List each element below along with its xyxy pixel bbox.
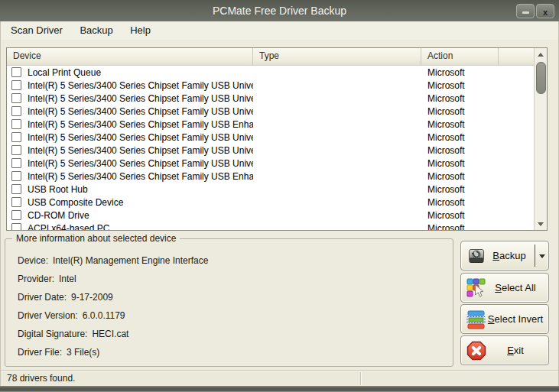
row-checkbox[interactable] — [11, 132, 21, 142]
minimize-dash-icon — [522, 11, 529, 14]
status-bar: 78 drivers found. — [1, 370, 558, 387]
detail-label: Driver Date: — [18, 292, 67, 303]
column-header-type[interactable]: Type — [253, 48, 421, 65]
table-row[interactable]: Intel(R) 5 Series/3400 Series Chipset Fa… — [7, 157, 535, 170]
device-name: ACPI x64-based PC — [28, 223, 109, 231]
row-checkbox[interactable] — [11, 184, 21, 194]
device-name: Intel(R) 5 Series/3400 Series Chipset Fa… — [28, 119, 253, 130]
detail-field: Driver File:3 File(s) — [18, 343, 445, 361]
device-name: Intel(R) 5 Series/3400 Series Chipset Fa… — [28, 145, 253, 156]
device-action: Microsoft — [421, 210, 535, 221]
details-groupbox: More information about selected device D… — [5, 238, 453, 367]
device-name: USB Composite Device — [28, 197, 123, 208]
exit-button[interactable]: Exit — [460, 335, 549, 365]
detail-label: Digital Signature: — [18, 329, 87, 339]
device-name: Local Print Queue — [28, 67, 101, 78]
detail-field: Digital Signature:HECI.cat — [18, 325, 445, 343]
device-table: Device Type Action Local Print QueueMicr… — [6, 47, 548, 231]
device-name: Intel(R) 5 Series/3400 Series Chipset Fa… — [28, 171, 253, 182]
chevron-down-icon[interactable] — [539, 254, 545, 258]
device-name: CD-ROM Drive — [28, 210, 89, 221]
device-name: Intel(R) 5 Series/3400 Series Chipset Fa… — [28, 106, 253, 117]
arrow-down-icon — [538, 222, 544, 226]
device-action: Microsoft — [421, 80, 535, 91]
row-checkbox[interactable] — [11, 223, 21, 230]
detail-value: Intel — [59, 274, 76, 284]
row-checkbox[interactable] — [11, 158, 21, 168]
app-window: PCMate Free Driver Backup x Scan Driver … — [0, 0, 559, 392]
row-checkbox[interactable] — [11, 93, 21, 103]
row-checkbox[interactable] — [11, 80, 21, 90]
row-checkbox[interactable] — [11, 106, 21, 116]
detail-value: 3 File(s) — [67, 347, 99, 358]
column-header-action[interactable]: Action — [421, 48, 499, 65]
device-action: Microsoft — [421, 184, 535, 195]
device-name: Intel(R) 5 Series/3400 Series Chipset Fa… — [28, 93, 253, 104]
table-row[interactable]: CD-ROM DriveMicrosoft — [7, 209, 535, 222]
table-row[interactable]: Intel(R) 5 Series/3400 Series Chipset Fa… — [7, 92, 535, 105]
device-action: Microsoft — [421, 93, 535, 104]
details-title: More information about selected device — [12, 233, 180, 244]
close-x-icon: x — [543, 8, 548, 17]
table-row[interactable]: Local Print QueueMicrosoft — [7, 66, 535, 79]
menu-bar: Scan Driver Backup Help — [1, 21, 558, 40]
row-checkbox[interactable] — [11, 119, 21, 129]
table-row[interactable]: Intel(R) 5 Series/3400 Series Chipset Fa… — [7, 131, 535, 144]
exit-button-label: Exit — [487, 336, 544, 364]
close-button[interactable]: x — [536, 4, 554, 18]
row-checkbox[interactable] — [11, 210, 21, 220]
minimize-button[interactable] — [516, 4, 535, 18]
menu-item-help[interactable]: Help — [123, 21, 158, 39]
table-row[interactable]: Intel(R) 5 Series/3400 Series Chipset Fa… — [7, 170, 535, 183]
table-row[interactable]: Intel(R) 5 Series/3400 Series Chipset Fa… — [7, 79, 535, 92]
vertical-scrollbar[interactable] — [534, 48, 547, 230]
table-row[interactable]: Intel(R) 5 Series/3400 Series Chipset Fa… — [7, 105, 535, 118]
table-row[interactable]: USB Root HubMicrosoft — [7, 183, 535, 196]
table-header: Device Type Action — [7, 48, 535, 66]
table-row[interactable]: USB Composite DeviceMicrosoft — [7, 196, 535, 209]
menu-item-backup[interactable]: Backup — [73, 21, 119, 39]
detail-value: HECI.cat — [92, 329, 128, 339]
row-checkbox[interactable] — [11, 145, 21, 155]
detail-value: Intel(R) Management Engine Interface — [53, 255, 208, 266]
red-octagon-x-icon — [466, 341, 486, 361]
menu-item-scan-driver[interactable]: Scan Driver — [4, 21, 70, 39]
scroll-up-button[interactable] — [535, 48, 547, 60]
details-fields: Device:Intel(R) Management Engine Interf… — [18, 251, 445, 361]
select-all-button[interactable]: Select All — [460, 273, 549, 303]
device-name: USB Root Hub — [28, 184, 88, 195]
row-checkbox[interactable] — [11, 171, 21, 181]
table-row[interactable]: Intel(R) 5 Series/3400 Series Chipset Fa… — [7, 144, 535, 157]
device-name: Intel(R) 5 Series/3400 Series Chipset Fa… — [28, 132, 253, 143]
device-action: Microsoft — [421, 119, 535, 130]
row-checkbox[interactable] — [11, 197, 21, 207]
device-action: Microsoft — [421, 132, 535, 143]
detail-field: Driver Version:6.0.0.1179 — [18, 306, 445, 325]
backup-button[interactable]: Backup — [460, 241, 549, 271]
device-name: Intel(R) 5 Series/3400 Series Chipset Fa… — [28, 158, 253, 169]
device-action: Microsoft — [421, 223, 535, 231]
select-invert-button[interactable]: Select Invert — [460, 304, 549, 334]
detail-label: Driver File: — [18, 347, 62, 358]
table-row[interactable]: Intel(R) 5 Series/3400 Series Chipset Fa… — [7, 118, 535, 131]
column-header-filler — [499, 48, 535, 65]
device-action: Microsoft — [421, 145, 535, 156]
stacked-bars-selection-icon — [466, 309, 486, 329]
device-action: Microsoft — [421, 106, 535, 117]
backup-button-label: Backup — [487, 241, 531, 270]
title-bar: PCMate Free Driver Backup x — [0, 0, 559, 21]
window-title: PCMate Free Driver Backup — [0, 0, 559, 21]
detail-label: Driver Version: — [18, 310, 78, 321]
detail-label: Provider: — [18, 274, 54, 284]
status-text: 78 drivers found. — [1, 371, 558, 387]
scroll-thumb[interactable] — [536, 62, 546, 94]
table-row[interactable]: ACPI x64-based PCMicrosoft — [7, 222, 535, 230]
backup-drive-clock-icon — [466, 246, 486, 266]
device-action: Microsoft — [421, 158, 535, 169]
scroll-down-button[interactable] — [535, 218, 547, 230]
row-checkbox[interactable] — [11, 67, 21, 77]
select-invert-button-label: Select Invert — [487, 305, 544, 333]
detail-field: Driver Date:9-17-2009 — [18, 288, 445, 306]
device-action: Microsoft — [421, 67, 535, 78]
column-header-device[interactable]: Device — [7, 48, 253, 65]
